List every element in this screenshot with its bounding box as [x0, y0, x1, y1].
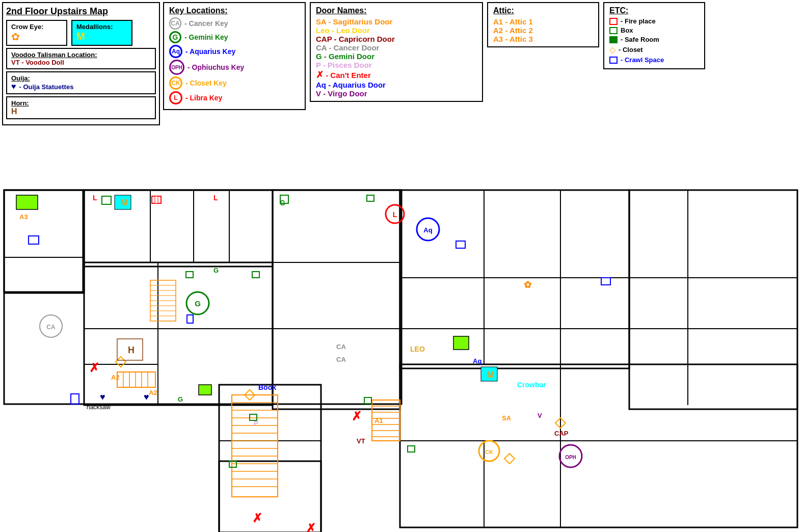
map-a3-label: A3 — [19, 213, 28, 221]
key-item-aq: Aq - Aquarius Key — [169, 45, 300, 58]
medallions-label: Medallions: — [76, 23, 127, 31]
etc-fireplace: - Fire place — [609, 17, 699, 25]
map-heart1: ♥ — [100, 392, 105, 402]
key-item-oph: OPH - Ophiuchus Key — [169, 60, 300, 75]
map-svg: CA CA LEO L Aq G CA OPH CK ✗ ✗ ✗ ✗ A3 — [0, 186, 804, 532]
map-area: CA CA LEO L Aq G CA OPH CK ✗ ✗ ✗ ✗ A3 — [0, 186, 804, 532]
door-p: P - Pisces Door — [316, 61, 477, 69]
g-key-circle: G — [169, 31, 181, 43]
map-g-key-text-left: G — [195, 299, 201, 308]
map-v-door: V — [538, 412, 542, 419]
attic-legend: Attic: A1 - Attic 1 A2 - Attic 2 A3 - At… — [487, 2, 599, 47]
map-ca-key-text: CA — [46, 324, 56, 331]
map-x2: ✗ — [352, 409, 362, 423]
door-sa: SA - Sagittarius Door — [316, 17, 477, 26]
door-g: G - Gemini Door — [316, 52, 477, 61]
map-x4: ✗ — [306, 521, 316, 532]
ca-key-circle: CA — [169, 17, 181, 30]
closet-icon: ◇ — [609, 45, 615, 55]
etc-legend: ETC: - Fire place Box - Safe Room ◇ - Cl… — [603, 2, 705, 69]
map-g-door-bot: G — [178, 395, 183, 403]
ouija-heart-icon: ♥ — [11, 82, 16, 91]
attic-a2: A2 - Attic 2 — [493, 26, 593, 35]
crow-eye-icon: ✿ — [11, 31, 62, 43]
map-heart2: ♥ — [144, 392, 149, 402]
ouija-label: Ouija: — [11, 74, 151, 82]
door-names-title: Door Names: — [316, 6, 477, 15]
medallion-m: M — [76, 31, 127, 42]
etc-box: Box — [609, 26, 699, 34]
attic-a3: A3 - Attic 3 — [493, 35, 593, 43]
map-ca-door-label2: CA — [336, 356, 346, 363]
map-horn-h: H — [128, 345, 135, 355]
map-leo-label: LEO — [410, 345, 425, 353]
map-g-door-top: G — [280, 199, 285, 207]
map-sa-door: SA — [502, 414, 512, 422]
map-book: Book — [258, 383, 276, 391]
attic-a1: A1 - Attic 1 — [493, 17, 593, 26]
map-hacksaw: hacksaw — [87, 404, 111, 411]
door-cap: CAP - Capricorn Door — [316, 35, 477, 43]
map-title: 2nd Floor Upstairs Map — [6, 6, 156, 17]
etc-saferoom: - Safe Room — [609, 36, 699, 43]
key-item-ck: CK - Closet Key — [169, 76, 300, 90]
map-oph-key-text: OPH — [565, 455, 576, 460]
door-ca: CA - Cancer Door — [316, 43, 477, 52]
box-label: Box — [621, 26, 633, 34]
map-medallion-m: M — [487, 370, 494, 379]
map-safe-room-center — [199, 385, 211, 395]
door-leo: Leo - Leo Door — [316, 26, 477, 35]
etc-crawlspace: - Crawl Space — [609, 56, 699, 64]
map-a2-label2: A2 — [149, 389, 157, 396]
map-l-key-text: L — [393, 210, 397, 219]
map-ca-door-label: CA — [336, 343, 346, 351]
crow-eye-label: Crow Eye: — [11, 23, 62, 31]
etc-title: ETC: — [609, 6, 699, 15]
l-key-circle: L — [169, 91, 182, 104]
aq-key-circle: Aq — [169, 45, 182, 58]
door-names-legend: Door Names: SA - Sagittarius Door Leo - … — [310, 2, 483, 102]
map-g-door-mid: G — [213, 267, 219, 274]
closet-label: - Closet — [619, 46, 643, 54]
ouija-text: - Ouija Statuettes — [19, 83, 74, 91]
ck-key-circle: CK — [169, 76, 182, 90]
map-l-door2: L — [213, 194, 218, 202]
fireplace-label: - Fire place — [621, 17, 656, 25]
box-icon — [609, 27, 618, 34]
attic-title: Attic: — [493, 6, 593, 15]
map-x1: ✗ — [89, 361, 99, 375]
oph-key-circle: OPH — [169, 60, 184, 75]
map-vt: VT — [357, 437, 365, 445]
map-fireplace1b — [155, 196, 158, 203]
g-key-label: - Gemini Key — [184, 33, 228, 41]
key-item-l: L - Libra Key — [169, 91, 300, 104]
horn-h: H — [11, 107, 151, 116]
door-v: V - Virgo Door — [316, 89, 477, 98]
door-aq: Aq - Aquarius Door — [316, 81, 477, 89]
saferoom-icon — [609, 36, 618, 43]
voodoo-label: Voodoo Talisman Location: — [11, 51, 151, 59]
map-ck-key-text: CK — [485, 449, 493, 455]
map-a2-label1: A2 — [111, 374, 120, 381]
saferoom-label: - Safe Room — [621, 36, 659, 43]
etc-closet: ◇ - Closet — [609, 45, 699, 55]
crawlspace-label: - Crawl Space — [621, 56, 664, 64]
aq-key-label: - Aquarius Key — [185, 47, 235, 56]
l-key-label: - Libra Key — [185, 94, 222, 102]
map-a1-label: A1 — [374, 417, 383, 424]
fireplace-icon — [609, 18, 618, 25]
map-medallion-m2: M — [121, 198, 127, 207]
map-safe-room-a3 — [16, 195, 38, 209]
map-l-door1: L — [93, 194, 97, 202]
key-item-ca: CA - Cancer Key — [169, 17, 300, 30]
crawlspace-icon — [609, 57, 618, 64]
voodoo-text: VT - Voodoo Doll — [11, 59, 151, 66]
horn-label: Horn: — [11, 99, 151, 107]
map-cap-door: CAP — [554, 430, 569, 437]
map-p-door: P — [254, 419, 258, 427]
ca-key-label: - Cancer Key — [184, 19, 228, 28]
map-safe-room-right — [453, 336, 469, 350]
map-aq-key-text: Aq — [423, 226, 432, 234]
map-aq-door: Aq — [473, 357, 481, 365]
key-locations-legend: Key Locations: CA - Cancer Key G - Gemin… — [163, 2, 306, 110]
